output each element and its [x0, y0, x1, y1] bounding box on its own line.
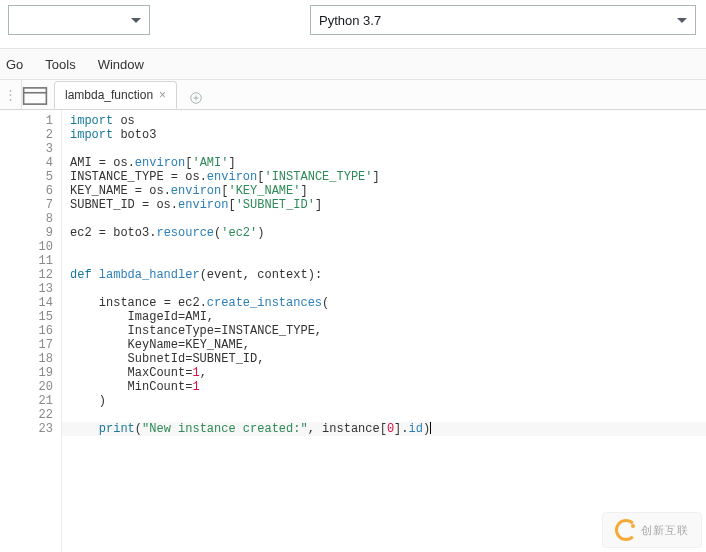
caret-down-icon	[677, 18, 687, 23]
code-line[interactable]: SUBNET_ID = os.environ['SUBNET_ID']	[62, 198, 706, 212]
handler-dropdown[interactable]	[8, 5, 150, 35]
text-cursor	[430, 422, 431, 434]
line-number: 5	[4, 170, 53, 184]
line-gutter: 1234567891011121314151617181920212223	[0, 110, 62, 552]
code-line[interactable]: INSTANCE_TYPE = os.environ['INSTANCE_TYP…	[62, 170, 706, 184]
new-tab-button[interactable]	[185, 87, 207, 109]
code-line[interactable]: InstanceType=INSTANCE_TYPE,	[62, 324, 706, 338]
code-line[interactable]: KeyName=KEY_NAME,	[62, 338, 706, 352]
code-line[interactable]: AMI = os.environ['AMI']	[62, 156, 706, 170]
code-line[interactable]: ec2 = boto3.resource('ec2')	[62, 226, 706, 240]
line-number: 11	[4, 254, 53, 268]
line-number: 12	[4, 268, 53, 282]
code-line[interactable]	[62, 212, 706, 226]
runtime-dropdown[interactable]: Python 3.7	[310, 5, 696, 35]
line-number: 23	[4, 422, 53, 436]
code-line[interactable]: MinCount=1	[62, 380, 706, 394]
menu-window[interactable]: Window	[98, 57, 144, 72]
line-number: 4	[4, 156, 53, 170]
line-number: 6	[4, 184, 53, 198]
line-number: 20	[4, 380, 53, 394]
code-area[interactable]: import osimport boto3AMI = os.environ['A…	[62, 110, 706, 552]
line-number: 8	[4, 212, 53, 226]
menu-go[interactable]: Go	[6, 57, 23, 72]
line-number: 2	[4, 128, 53, 142]
navigate-button[interactable]	[22, 83, 48, 109]
code-line[interactable]	[62, 282, 706, 296]
navigate-icon	[22, 83, 48, 109]
tab-lambda-function[interactable]: lambda_function ×	[54, 81, 177, 109]
menu-bar: Go Tools Window	[0, 48, 706, 80]
code-line[interactable]: import boto3	[62, 128, 706, 142]
line-number: 21	[4, 394, 53, 408]
code-line[interactable]	[62, 142, 706, 156]
drag-dots-icon	[4, 87, 17, 102]
svg-rect-0	[24, 88, 47, 104]
caret-down-icon	[131, 18, 141, 23]
menu-tools[interactable]: Tools	[45, 57, 75, 72]
code-line[interactable]: ImageId=AMI,	[62, 310, 706, 324]
tab-label: lambda_function	[65, 88, 153, 102]
tabs-bar: lambda_function ×	[0, 80, 706, 110]
line-number: 16	[4, 324, 53, 338]
line-number: 7	[4, 198, 53, 212]
watermark: 创新互联	[602, 512, 702, 548]
close-icon[interactable]: ×	[159, 88, 166, 102]
line-number: 18	[4, 352, 53, 366]
line-number: 3	[4, 142, 53, 156]
code-line[interactable]: import os	[62, 114, 706, 128]
line-number: 10	[4, 240, 53, 254]
plus-icon	[189, 91, 203, 105]
code-line[interactable]	[62, 240, 706, 254]
line-number: 17	[4, 338, 53, 352]
code-editor[interactable]: 1234567891011121314151617181920212223 im…	[0, 110, 706, 552]
code-line[interactable]	[62, 408, 706, 422]
code-line[interactable]: MaxCount=1,	[62, 366, 706, 380]
runtime-dropdown-label: Python 3.7	[319, 13, 381, 28]
panel-toggle[interactable]	[0, 80, 22, 109]
code-line[interactable]: instance = ec2.create_instances(	[62, 296, 706, 310]
line-number: 13	[4, 282, 53, 296]
logo-icon	[615, 519, 637, 541]
code-line[interactable]	[62, 254, 706, 268]
code-line[interactable]: SubnetId=SUBNET_ID,	[62, 352, 706, 366]
code-line[interactable]: KEY_NAME = os.environ['KEY_NAME']	[62, 184, 706, 198]
top-toolbar: Python 3.7	[0, 0, 706, 40]
code-line[interactable]: def lambda_handler(event, context):	[62, 268, 706, 282]
line-number: 1	[4, 114, 53, 128]
watermark-text: 创新互联	[641, 523, 689, 538]
line-number: 22	[4, 408, 53, 422]
code-line[interactable]: print("New instance created:", instance[…	[62, 422, 706, 436]
line-number: 19	[4, 366, 53, 380]
line-number: 14	[4, 296, 53, 310]
line-number: 9	[4, 226, 53, 240]
line-number: 15	[4, 310, 53, 324]
code-line[interactable]: )	[62, 394, 706, 408]
